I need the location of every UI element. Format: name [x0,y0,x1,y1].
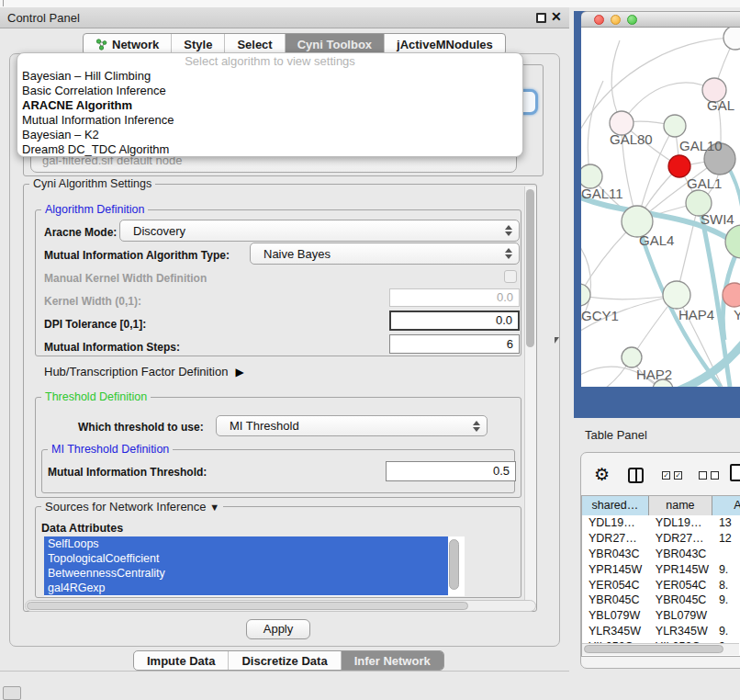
dropdown-item[interactable]: Bayesian – K2 [17,128,522,142]
cell: YER054C [582,578,649,593]
node-salmon [723,283,740,307]
table-row[interactable]: YBR043C YBR043C [582,547,740,562]
table-hscrollbar-thumb[interactable] [584,645,723,653]
group-title: Algorithm Definition [41,203,148,216]
gear-icon[interactable]: ⚙ [594,464,610,485]
tab-select[interactable]: Select [225,34,285,54]
svg-text:GAL80: GAL80 [610,131,653,147]
dropdown-prompt: Select algorithm to view settings [17,53,522,69]
group-title: Threshold Definition [41,390,151,403]
dropdown-item[interactable]: Mutual Information Inference [17,113,522,128]
settings-hscrollbar-thumb[interactable] [27,602,468,610]
manual-kernel-label: Manual Kernel Width Definition [44,272,207,285]
cell [712,547,740,562]
settings-scrollbar-thumb[interactable] [526,189,534,347]
chevron-right-icon[interactable]: ▶ [235,366,243,378]
network-labels: GAL GAL80 GAL10 GAL1 GAL11 SWI4 GAL4 GCY… [581,97,740,382]
stepper-icon [504,225,512,236]
mi-type-combo[interactable]: Naive Bayes [250,243,520,265]
float-window-button[interactable] [536,13,546,23]
tab-discretize-data[interactable]: Discretize Data [229,651,341,670]
list-item[interactable]: TopologicalCoefficient [44,551,448,566]
tab-jactivemnodules[interactable]: jActiveMNodules [385,34,505,54]
tab-cyni-toolbox[interactable]: Cyni Toolbox [286,34,385,54]
column-header[interactable]: name [649,496,712,515]
data-attributes-label: Data Attributes [41,522,123,535]
table-body: YDL19… YDL19… 13 YDR27… YDR27… 12 YBR043… [582,515,740,643]
control-panel-titlebar [0,7,569,28]
aracne-mode-combo[interactable]: Discovery [119,220,520,242]
unchecked-checkbox-icon[interactable] [699,471,707,480]
svg-text:HAP4: HAP4 [678,307,714,322]
network-window-titlebar[interactable] [581,11,740,28]
checked-checkbox-icon[interactable]: ✓ [674,471,682,480]
combo-value: Naive Bayes [251,247,504,261]
cell: YBR045C [649,593,712,608]
node-table: shared… name A YDL19… YDL19… 13 YDR27… Y… [581,495,740,657]
tab-network[interactable]: Network [84,34,172,54]
apply-button[interactable]: Apply [246,619,310,639]
table-row[interactable]: YDL19… YDL19… 13 [582,515,740,531]
minimize-window-button[interactable] [611,15,621,25]
dropdown-item[interactable]: Dream8 DC_TDC Algorithm [17,142,522,157]
dropdown-item[interactable]: Basic Correlation Inference [17,84,522,98]
zoom-window-button[interactable] [627,15,637,25]
bottom-corner-button[interactable] [3,686,21,700]
tab-label: Discretize Data [241,654,327,668]
tab-infer-network[interactable]: Infer Network [342,651,443,670]
hub-definition-label: Hub/Transcription Factor Definition [44,365,228,378]
dropdown-item[interactable]: Bayesian – Hill Climbing [17,69,522,84]
algorithm-dropdown-popup: Select algorithm to view settings Bayesi… [17,52,523,157]
column-header[interactable]: shared… [582,496,649,515]
cell: 13 [712,515,740,531]
stepper-icon [504,248,512,259]
dropdown-item-selected[interactable]: ARACNE Algorithm [17,98,522,113]
table-header: shared… name A [582,496,740,515]
mi-steps-field[interactable]: 6 [389,334,520,354]
dpi-tolerance-field[interactable]: 0.0 [389,310,520,331]
node-unlabeled [723,28,740,50]
mi-threshold-field[interactable]: 0.5 [386,461,516,481]
table-row[interactable]: YDR27… YDR27… 12 [582,531,740,547]
column-header[interactable]: A [712,496,740,515]
table-row[interactable]: YER054C YER054C 8. [582,578,740,593]
tab-label: Infer Network [354,654,431,668]
list-item[interactable]: SelfLoops [44,536,448,551]
hub-definition-expander[interactable]: Hub/Transcription Factor Definition▶ [44,365,244,378]
top-tick [3,0,4,6]
tab-style[interactable]: Style [172,34,225,54]
mi-threshold-label: Mutual Information Threshold: [48,466,207,479]
network-canvas[interactable]: GAL GAL80 GAL10 GAL1 GAL11 SWI4 GAL4 GCY… [581,28,740,387]
tab-impute-data[interactable]: Impute Data [134,651,229,670]
cell: 9. [712,624,740,639]
table-row[interactable]: YBL079W YBL079W [582,608,740,624]
cell: YBR045C [582,593,649,608]
table-row[interactable]: YLR345W YLR345W 9. [582,624,740,639]
unchecked-checkbox-icon[interactable] [711,471,719,480]
list-item[interactable]: gal4RGexp [44,581,448,595]
list-item[interactable]: BetweennessCentrality [44,566,448,581]
mi-steps-label: Mutual Information Steps: [44,341,180,354]
cell: YDR27… [582,531,649,547]
kernel-width-field[interactable]: 0.0 [389,288,520,307]
network-icon [95,39,107,51]
chevron-down-icon[interactable]: ▼ [209,502,219,513]
cell: YLR345W [582,624,649,639]
table-row[interactable]: YPR145W YPR145W 9. [582,562,740,578]
table-row[interactable]: YBR045C YBR045C 9. [582,593,740,608]
sources-title: Sources for Network Inference [45,500,207,514]
svg-text:GAL11: GAL11 [581,186,623,201]
which-threshold-combo[interactable]: MI Threshold [216,415,488,436]
panel-splitter-handle[interactable] [555,337,559,344]
checked-checkbox-icon[interactable]: ✓ [662,471,670,480]
sources-expander[interactable]: Sources for Network Inference ▼ [41,500,223,514]
aracne-mode-label: Aracne Mode: [44,226,117,239]
cell: YLR345W [649,624,712,639]
list-scrollbar-thumb[interactable] [449,539,459,590]
close-window-button[interactable] [594,15,604,25]
svg-text:GAL10: GAL10 [679,138,723,153]
manual-kernel-checkbox[interactable] [504,270,517,283]
close-panel-button[interactable]: ✕ [551,9,562,24]
document-icon[interactable] [730,464,740,481]
columns-icon[interactable] [628,468,644,483]
